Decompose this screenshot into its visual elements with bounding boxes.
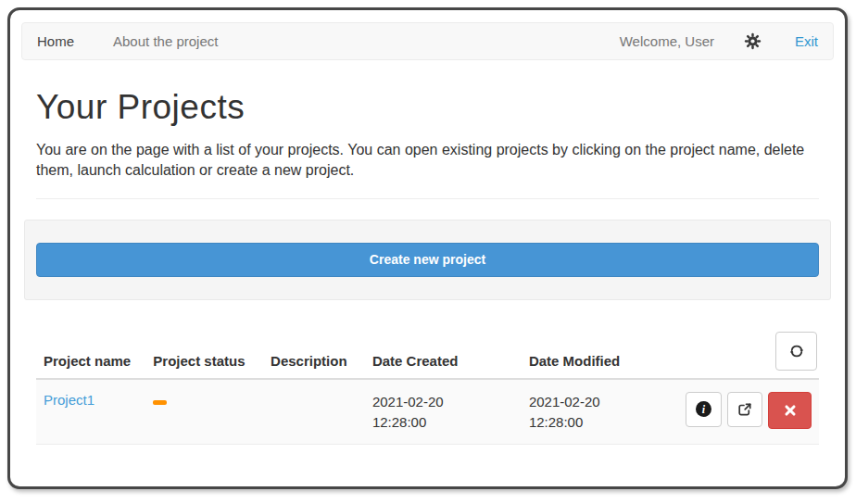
create-new-project-button[interactable]: Create new project bbox=[36, 243, 819, 277]
col-header-description: Description bbox=[263, 324, 365, 379]
main-content: Your Projects You are on the page with a… bbox=[10, 88, 845, 445]
page-description: You are on the page with a list of your … bbox=[36, 140, 819, 182]
status-dash-icon bbox=[153, 400, 167, 405]
actions-cell: i bbox=[678, 379, 819, 445]
project-delete-button[interactable] bbox=[768, 392, 812, 429]
project-launch-button[interactable] bbox=[727, 392, 763, 427]
info-icon: i bbox=[696, 401, 711, 417]
col-header-project-name: Project name bbox=[36, 324, 145, 379]
nav-item-about-project[interactable]: About the project bbox=[113, 33, 218, 49]
x-icon bbox=[784, 404, 797, 417]
col-header-project-status: Project status bbox=[145, 324, 263, 379]
navbar-right: Welcome, User bbox=[620, 32, 818, 50]
nav-item-exit[interactable]: Exit bbox=[795, 33, 818, 49]
date-created-value: 2021-02-20 12:28:00 bbox=[372, 392, 456, 433]
external-link-icon bbox=[737, 402, 752, 417]
col-header-date-created: Date Created bbox=[365, 324, 522, 379]
col-header-date-modified: Date Modified bbox=[522, 324, 678, 379]
projects-table: Project name Project status Description … bbox=[36, 324, 819, 446]
page-title: Your Projects bbox=[36, 88, 819, 127]
gear-icon bbox=[744, 32, 762, 50]
refresh-icon bbox=[789, 344, 804, 359]
date-created-cell: 2021-02-20 12:28:00 bbox=[365, 379, 522, 445]
table-row: Project1 2021-02-20 12:28:00 2021-02-20 … bbox=[36, 379, 819, 445]
app-window: Home About the project Welcome, User bbox=[7, 7, 848, 489]
refresh-button[interactable] bbox=[775, 332, 817, 371]
project-info-button[interactable]: i bbox=[686, 392, 722, 427]
create-project-panel: Create new project bbox=[24, 220, 831, 300]
nav-item-home[interactable]: Home bbox=[37, 33, 74, 49]
project-description-cell bbox=[263, 379, 365, 445]
date-modified-value: 2021-02-20 12:28:00 bbox=[529, 392, 612, 433]
navbar: Home About the project Welcome, User bbox=[21, 22, 834, 60]
col-header-refresh bbox=[678, 324, 819, 379]
welcome-user-text: Welcome, User bbox=[620, 33, 714, 49]
settings-button[interactable] bbox=[744, 32, 762, 50]
date-modified-cell: 2021-02-20 12:28:00 bbox=[522, 379, 678, 445]
project-status-cell bbox=[145, 379, 263, 445]
project-name-link[interactable]: Project1 bbox=[44, 392, 94, 408]
divider bbox=[36, 198, 819, 199]
table-header-row: Project name Project status Description … bbox=[36, 324, 819, 379]
project-name-cell: Project1 bbox=[36, 379, 145, 445]
